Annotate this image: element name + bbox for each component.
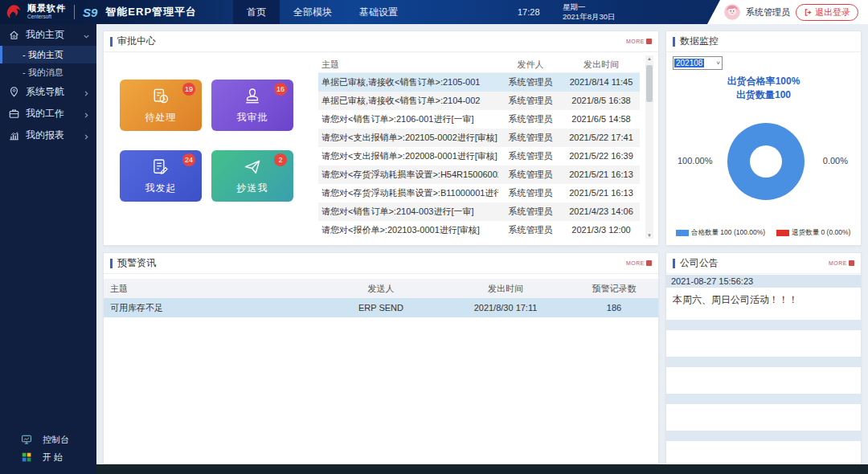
approval-tile-4[interactable]: 抄送我2 — [211, 150, 293, 202]
sidebar-bottom-1[interactable]: 控制台 — [0, 431, 96, 448]
announcements-more-button[interactable]: MORE — [829, 260, 854, 266]
brand-name-en: Centersoft — [27, 14, 66, 20]
sidebar-menu: 我的主页- 我的主页- 我的消息系统导航我的工作我的报表 — [0, 24, 96, 146]
alerts-table-header: 主题 发送人 发出时间 预警记录数 — [104, 279, 658, 298]
brand-area: 顺景软件 Centersoft S9 智能ERP管理平台 — [5, 0, 197, 24]
announcement-empty-bar — [666, 320, 861, 330]
top-header: 顺景软件 Centersoft S9 智能ERP管理平台 首页全部模块基础设置 … — [0, 0, 868, 24]
approval-tile-1[interactable]: 待处理19 — [120, 80, 202, 131]
pin-icon — [8, 86, 20, 98]
table-row[interactable]: 单据已审核,请接收<销售订单>:2104-002系统管理员2021/8/5 16… — [318, 92, 640, 110]
announcement-empty-bar — [666, 357, 861, 367]
approval-more-button[interactable]: MORE — [626, 39, 652, 44]
announcement-empty-body — [666, 404, 861, 429]
table-row[interactable]: 可用库存不足ERP SEND2021/8/30 17:11186 — [104, 298, 658, 317]
approval-rows: 单据已审核,请接收<销售订单>:2105-001系统管理员2021/8/14 1… — [318, 73, 640, 239]
approval-tile-2[interactable]: 我审批16 — [211, 80, 293, 131]
table-row[interactable]: 单据已审核,请接收<销售订单>:2105-001系统管理员2021/8/14 1… — [318, 73, 640, 92]
user-avatar[interactable] — [724, 4, 740, 20]
tile-badge: 24 — [182, 153, 195, 166]
tile-label: 待处理 — [145, 111, 177, 125]
company-logo-icon — [5, 3, 23, 21]
col-time: 发出时间 — [441, 279, 570, 298]
donut-hole — [750, 145, 782, 178]
title-accent-bar — [110, 37, 113, 47]
alerts-more-button[interactable]: MORE — [626, 260, 652, 266]
alerts-panel: 预警资讯 MORE 主题 发送人 发出时间 预警记录数 可用库存不足ERP SE… — [103, 252, 659, 464]
tab-1[interactable]: 首页 — [233, 0, 280, 24]
announcement-empty-body — [666, 367, 861, 392]
approval-table: 主题 发件人 发出时间 单据已审核,请接收<销售订单>:2105-001系统管理… — [318, 55, 640, 239]
table-row[interactable]: 请您对<支出报销单>:202008-0001进行[审核]系统管理员2021/5/… — [318, 147, 640, 165]
announcement-time: 2021-08-27 15:56:23 — [666, 275, 861, 288]
erp-dashboard: 顺景软件 Centersoft S9 智能ERP管理平台 首页全部模块基础设置 … — [0, 0, 868, 474]
tile-badge: 19 — [182, 83, 195, 96]
cell-subject: 单据已审核,请接收<销售订单>:2105-001 — [318, 73, 498, 92]
sidebar-bottom-2[interactable]: 开 始 — [0, 448, 96, 466]
tab-2[interactable]: 全部模块 — [280, 0, 346, 24]
user-name: 系统管理员 — [746, 6, 790, 18]
logout-icon — [804, 8, 813, 17]
home-icon — [8, 29, 20, 41]
clock-date: 星期一 2021年8月30日 — [563, 2, 615, 22]
ship-qty-line: 出货数量100 — [666, 88, 861, 102]
sidebar-item-1[interactable]: 我的主页 — [0, 24, 96, 46]
monitor-panel-header: 数据监控 — [666, 31, 861, 52]
clock-time: 17:28 — [518, 0, 540, 24]
approval-tile-3[interactable]: 我发起24 — [120, 150, 202, 202]
sidebar-subitem-1-2[interactable]: - 我的消息 — [0, 63, 96, 81]
sidebar-item-4[interactable]: 我的报表 — [0, 125, 96, 146]
scroll-thumb[interactable] — [646, 65, 653, 102]
plane-icon — [243, 157, 262, 180]
sidebar-bottom-label: 开 始 — [43, 452, 63, 464]
announcements-panel: 公司公告 MORE 2021-08-27 15:56:23本周六、周日公司活动！… — [665, 252, 862, 464]
sidebar-item-3[interactable]: 我的工作 — [0, 103, 96, 125]
table-row[interactable]: 请您对<支出报销单>:202105-0002进行[审核]系统管理员2021/5/… — [318, 129, 640, 147]
sidebar-item-label: 我的报表 — [26, 129, 64, 142]
period-select[interactable]: 202108 ˅ — [673, 56, 723, 70]
announcement-text[interactable]: 本周六、周日公司活动！！！ — [666, 288, 861, 318]
announcement-list: 2021-08-27 15:56:23本周六、周日公司活动！！！ — [666, 275, 861, 466]
cell-subject: 请您对<销售订单>:2106-001进行[一审] — [318, 110, 498, 129]
announcement-empty-body — [666, 441, 861, 466]
approval-panel-title: 审批中心 — [117, 35, 156, 48]
s9-logo: S9 — [83, 6, 97, 19]
cell-time: 2021/8/5 16:38 — [563, 92, 640, 110]
tab-3[interactable]: 基础设置 — [346, 0, 411, 24]
cell-time: 2021/3/3 12:00 — [563, 221, 640, 239]
chevron-down-icon: ˅ — [716, 59, 722, 67]
sidebar-subitem-1-1[interactable]: - 我的主页 — [0, 46, 96, 63]
more-icon — [849, 260, 854, 266]
scroll-up-icon[interactable]: ▲ — [645, 56, 653, 61]
table-row[interactable]: 请您对<存货浮动耗损率设置>:B11000001进行[审核]系统管理员2021/… — [318, 184, 640, 202]
main-nav-tabs: 首页全部模块基础设置 — [233, 0, 411, 24]
approval-scrollbar[interactable]: ▲ ▼ — [645, 55, 653, 239]
cell-subject: 请您对<销售订单>:2104-003进行[一审] — [318, 202, 498, 221]
cell-sender: 系统管理员 — [498, 110, 563, 129]
sidebar-item-label: 我的工作 — [26, 107, 64, 121]
logout-button[interactable]: 退出登录 — [796, 4, 858, 21]
alerts-rows: 可用库存不足ERP SEND2021/8/30 17:11186 — [104, 298, 658, 317]
sidebar-bottom: 控制台开 始 — [0, 431, 96, 466]
col-time: 发出时间 — [563, 55, 640, 72]
announcements-panel-title: 公司公告 — [680, 256, 719, 270]
weekday-label: 星期一 — [563, 2, 615, 12]
scroll-down-icon[interactable]: ▼ — [645, 233, 653, 238]
table-row[interactable]: 请您对<存货浮动耗损率设置>:H54R15006002进行[审核]系统管理员20… — [318, 165, 640, 184]
sidebar-item-2[interactable]: 系统导航 — [0, 81, 96, 103]
alerts-panel-header: 预警资讯 MORE — [104, 253, 658, 274]
pending-icon — [151, 87, 170, 109]
more-icon — [646, 260, 652, 266]
subitem-label: 我的消息 — [28, 67, 63, 77]
table-row[interactable]: 请您对<销售订单>:2106-001进行[一审]系统管理员2021/6/5 14… — [318, 110, 640, 129]
user-area: 系统管理员 退出登录 — [707, 0, 868, 24]
subitem-bullet: - — [23, 50, 26, 59]
table-row[interactable]: 请您对<销售订单>:2104-003进行[一审]系统管理员2021/4/23 1… — [318, 202, 640, 221]
announcement-empty-body — [666, 330, 861, 355]
data-monitor-panel: 数据监控 202108 ˅ 出货合格率100% 出货数量100 100.00% … — [665, 31, 862, 246]
table-row[interactable]: 请您对<报价单>:202103-0001进行[审核]系统管理员2021/3/3 … — [318, 221, 640, 239]
brand-name-cn: 顺景软件 — [27, 4, 66, 13]
briefcase-icon — [8, 108, 20, 120]
more-icon — [646, 39, 652, 44]
chart-icon — [8, 129, 20, 141]
